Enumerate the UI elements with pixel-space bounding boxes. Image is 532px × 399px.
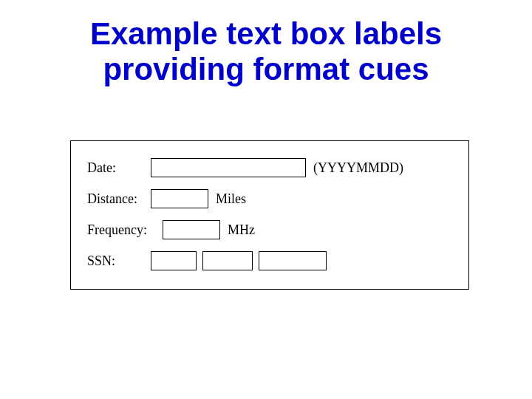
slide: Example text box labels providing format… (0, 0, 532, 399)
title-line-1: Example text box labels (90, 16, 442, 51)
row-frequency: Frequency: MHz (87, 216, 452, 243)
unit-distance: Miles (216, 191, 246, 207)
row-date: Date: (YYYYMMDD) (87, 154, 452, 181)
unit-frequency: MHz (228, 222, 255, 238)
label-distance: Distance: (87, 191, 151, 207)
input-ssn-3[interactable] (259, 251, 327, 270)
slide-title: Example text box labels providing format… (0, 0, 532, 88)
row-distance: Distance: Miles (87, 185, 452, 212)
hint-date: (YYYYMMDD) (313, 160, 403, 176)
row-ssn: SSN: (87, 248, 452, 274)
input-date[interactable] (151, 158, 306, 177)
label-frequency: Frequency: (87, 222, 163, 238)
form-panel: Date: (YYYYMMDD) Distance: Miles Frequen… (70, 140, 469, 290)
title-line-2: providing format cues (103, 52, 429, 86)
input-distance[interactable] (151, 189, 208, 208)
input-ssn-1[interactable] (151, 251, 197, 270)
input-frequency[interactable] (163, 220, 220, 239)
label-ssn: SSN: (87, 253, 151, 269)
input-ssn-2[interactable] (202, 251, 253, 270)
label-date: Date: (87, 160, 151, 176)
